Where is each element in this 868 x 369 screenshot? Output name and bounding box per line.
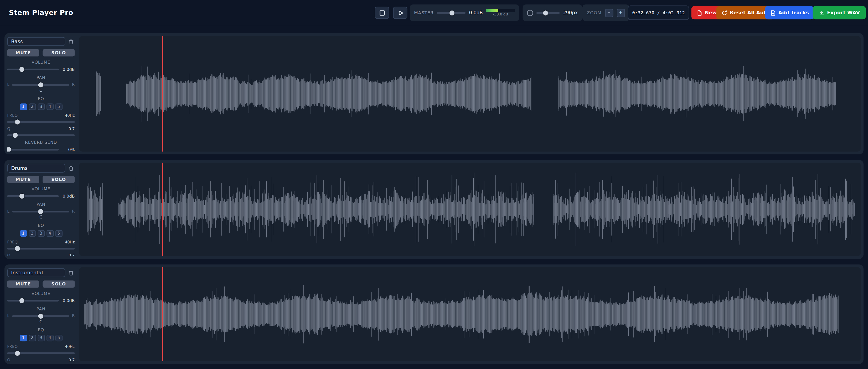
zoom-width-thumb[interactable]: [543, 10, 548, 15]
mute-button[interactable]: MUTE: [7, 49, 39, 57]
solo-button[interactable]: SOLO: [43, 280, 75, 288]
mute-button[interactable]: MUTE: [7, 280, 39, 288]
eq-band-1-button[interactable]: 1: [20, 104, 27, 110]
eq-band-1-button[interactable]: 1: [20, 230, 27, 237]
master-volume-thumb[interactable]: [450, 10, 455, 15]
master-meter-value: -30.0 dB: [486, 13, 515, 16]
pan-slider[interactable]: [12, 82, 69, 88]
mute-button[interactable]: MUTE: [7, 176, 39, 183]
track-name-input[interactable]: Bass: [7, 37, 65, 46]
pan-thumb[interactable]: [38, 82, 43, 87]
zoom-in-button[interactable]: +: [616, 9, 625, 17]
zoom-panel: ZOOM − +: [582, 4, 629, 21]
q-slider[interactable]: [7, 132, 75, 138]
play-button[interactable]: [393, 7, 407, 19]
play-icon: [397, 9, 404, 16]
q-thumb[interactable]: [13, 132, 18, 137]
waveform-panel[interactable]: [79, 163, 861, 256]
mute-solo-row: MUTE SOLO: [7, 49, 75, 57]
solo-button[interactable]: SOLO: [43, 49, 75, 57]
waveform-canvas[interactable]: [79, 267, 861, 361]
freq-thumb[interactable]: [15, 119, 20, 124]
eq-band-5-button[interactable]: 5: [55, 335, 62, 341]
eq-band-2-button[interactable]: 2: [28, 104, 36, 110]
track-list: Bass MUTE SOLO VOLUME 0.0dB PAN L R C EQ: [0, 26, 868, 364]
freq-label: FREQ: [7, 345, 18, 349]
zoom-width-panel: 290px: [523, 4, 582, 21]
track-card: Bass MUTE SOLO VOLUME 0.0dB PAN L R C EQ: [4, 33, 864, 155]
freq-thumb[interactable]: [15, 246, 20, 251]
export-wav-button[interactable]: Export WAV: [812, 6, 866, 19]
reset-icon: [721, 10, 727, 16]
pan-slider[interactable]: [12, 208, 69, 214]
stop-button[interactable]: [375, 7, 389, 19]
eq-band-5-button[interactable]: 5: [55, 104, 62, 110]
pan-value: C: [7, 319, 75, 324]
pan-thumb[interactable]: [38, 209, 43, 214]
delete-track-button[interactable]: [67, 38, 75, 45]
volume-slider[interactable]: [7, 193, 59, 198]
zoom-out-button[interactable]: −: [605, 9, 613, 17]
freq-value: 40Hz: [65, 113, 75, 118]
volume-row: 0.0dB: [7, 193, 75, 198]
eq-band-5-button[interactable]: 5: [55, 230, 62, 237]
eq-band-3-button[interactable]: 3: [37, 104, 44, 110]
reverb-send-label: REVERB SEND: [7, 140, 75, 145]
master-volume-value: 0.0dB: [469, 10, 483, 15]
waveform-canvas[interactable]: [79, 163, 861, 256]
trash-icon: [68, 38, 74, 44]
pan-row: L R: [7, 313, 75, 318]
zoom-width-value: 290px: [563, 10, 578, 15]
waveform-panel[interactable]: [79, 267, 861, 361]
pan-right-label: R: [72, 313, 75, 318]
delete-track-button[interactable]: [67, 165, 75, 172]
eq-band-row: 1 2 3 4 5: [7, 104, 75, 110]
track-name-row: Drums: [7, 164, 75, 173]
volume-thumb[interactable]: [19, 193, 24, 198]
volume-slider[interactable]: [7, 66, 59, 72]
master-meter-fill: [486, 9, 498, 12]
eq-band-1-button[interactable]: 1: [20, 335, 27, 341]
eq-band-2-button[interactable]: 2: [28, 230, 36, 237]
volume-thumb[interactable]: [19, 298, 24, 303]
solo-button[interactable]: SOLO: [43, 176, 75, 183]
pan-thumb[interactable]: [38, 313, 43, 318]
volume-label: VOLUME: [7, 187, 75, 192]
zoom-width-slider[interactable]: [536, 10, 560, 15]
freq-slider[interactable]: [7, 246, 75, 251]
eq-band-4-button[interactable]: 4: [46, 335, 53, 341]
mute-solo-row: MUTE SOLO: [7, 176, 75, 183]
freq-row: FREQ 40Hz: [7, 240, 75, 244]
freq-row: FREQ 40Hz: [7, 113, 75, 118]
pan-row: L R: [7, 82, 75, 88]
waveform-panel[interactable]: [79, 36, 861, 152]
track-name-input[interactable]: Drums: [7, 164, 65, 173]
volume-label: VOLUME: [7, 60, 75, 65]
waveform-canvas[interactable]: [79, 36, 861, 152]
pan-right-label: R: [72, 209, 75, 213]
playhead: [162, 36, 163, 152]
eq-band-3-button[interactable]: 3: [37, 230, 44, 237]
eq-band-4-button[interactable]: 4: [46, 230, 53, 237]
reverb-send-slider[interactable]: [7, 147, 59, 152]
reverb-thumb[interactable]: [7, 147, 11, 152]
volume-slider[interactable]: [7, 298, 59, 303]
new-file-icon: [696, 10, 703, 16]
freq-thumb[interactable]: [15, 350, 20, 356]
eq-band-2-button[interactable]: 2: [28, 335, 36, 341]
master-volume-slider[interactable]: [437, 10, 466, 15]
add-tracks-button[interactable]: Add Tracks: [765, 6, 814, 19]
pan-slider[interactable]: [12, 313, 69, 318]
q-value: 0.7: [69, 127, 75, 131]
new-button-label: New: [705, 10, 717, 15]
delete-track-button[interactable]: [67, 269, 75, 276]
volume-thumb[interactable]: [19, 67, 24, 72]
track-name-input[interactable]: Instrumental: [7, 268, 65, 277]
freq-label: FREQ: [7, 240, 18, 244]
eq-band-3-button[interactable]: 3: [37, 335, 44, 341]
track-name-row: Instrumental: [7, 268, 75, 277]
volume-value: 0.0dB: [61, 193, 74, 198]
eq-band-4-button[interactable]: 4: [46, 104, 53, 110]
freq-slider[interactable]: [7, 350, 75, 356]
freq-slider[interactable]: [7, 119, 75, 125]
